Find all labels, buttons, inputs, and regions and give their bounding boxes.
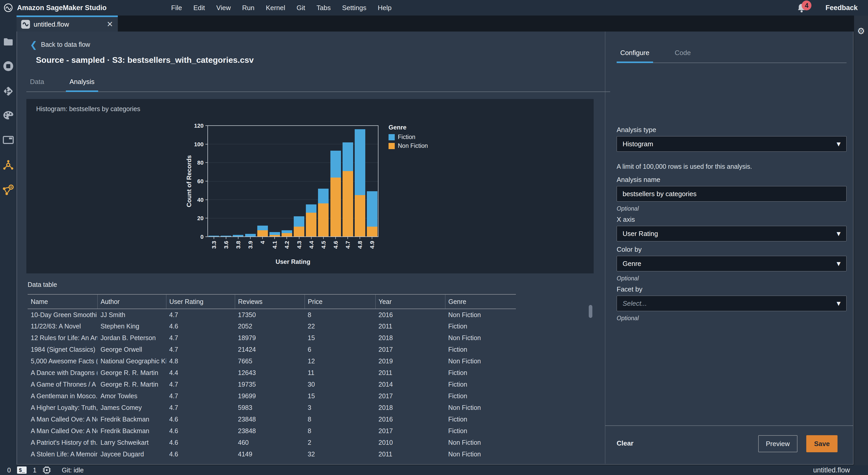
kernel-chip-icon[interactable] <box>42 466 52 475</box>
svg-text:Fiction: Fiction <box>398 133 415 140</box>
svg-text:4.4: 4.4 <box>308 241 315 248</box>
menu-item-run[interactable]: Run <box>242 4 254 12</box>
svg-text:4.1: 4.1 <box>272 241 278 249</box>
svg-text:100: 100 <box>194 141 204 148</box>
file-browser-icon[interactable] <box>3 37 13 46</box>
running-kernels-icon[interactable] <box>3 61 14 71</box>
menu-item-file[interactable]: File <box>171 4 182 12</box>
terminal-icon[interactable]: $_ <box>17 467 27 474</box>
svg-text:4.5: 4.5 <box>320 241 327 249</box>
tab-code[interactable]: Code <box>671 45 694 63</box>
color-by-dropdown[interactable]: Genre ▼ <box>617 256 846 271</box>
menu-item-view[interactable]: View <box>216 4 231 12</box>
svg-text:Genre: Genre <box>389 124 406 131</box>
analysis-type-label: Analysis type <box>617 126 656 134</box>
table-row[interactable]: 11/22/63: A NovelStephen King4.620522220… <box>28 321 516 332</box>
table-row[interactable]: A Gentleman in Mosco...Amor Towles4.7196… <box>28 390 516 402</box>
facet-by-label: Facet by <box>617 285 643 293</box>
facet-by-dropdown[interactable]: Select... ▼ <box>617 296 846 311</box>
chevron-down-icon: ▼ <box>837 141 841 147</box>
column-header-author[interactable]: Author <box>97 294 166 309</box>
table-row[interactable]: 1984 (Signet Classics)George Orwell4.721… <box>28 344 516 355</box>
clear-button[interactable]: Clear <box>617 439 633 447</box>
notification-badge: 4 <box>802 1 811 10</box>
table-row[interactable]: A Higher Loyalty: Truth,...James Comey4.… <box>28 402 516 414</box>
table-scrollbar[interactable] <box>589 305 592 318</box>
optional-hint: Optional <box>617 205 639 212</box>
column-header-price[interactable]: Price <box>305 294 375 309</box>
tab-untitled-flow[interactable]: untitled.flow ✕ <box>17 16 118 32</box>
table-row[interactable]: A Patriot's History of th...Larry Schwei… <box>28 437 516 448</box>
svg-text:80: 80 <box>197 159 204 166</box>
table-row[interactable]: A Game of Thrones / A ...George R. R. Ma… <box>28 379 516 390</box>
table-row[interactable]: 10-Day Green Smoothi...JJ Smith4.7173508… <box>28 309 516 321</box>
right-activity-bar: ⚙ <box>854 16 868 465</box>
svg-text:Count of Records: Count of Records <box>185 155 192 207</box>
menu-bar: FileEditViewRunKernelGitTabsSettingsHelp <box>171 4 392 12</box>
git-status: Git: idle <box>62 467 84 474</box>
x-axis-dropdown[interactable]: User Rating ▼ <box>617 226 846 241</box>
pipeline-graph-icon[interactable] <box>2 184 14 196</box>
menu-item-edit[interactable]: Edit <box>193 4 205 12</box>
analysis-name-label: Analysis name <box>617 176 660 184</box>
flow-file-icon <box>21 20 30 29</box>
components-registry-icon[interactable] <box>3 160 14 171</box>
git-icon[interactable] <box>3 86 14 97</box>
save-button[interactable]: Save <box>806 435 838 452</box>
notifications-button[interactable]: 4 <box>796 2 807 13</box>
config-footer: Clear Preview Save <box>605 425 853 464</box>
table-row[interactable]: A Man Called Ove: A No...Fredrik Backman… <box>28 425 516 437</box>
svg-text:40: 40 <box>197 197 204 203</box>
svg-text:3.3: 3.3 <box>211 241 217 249</box>
column-header-genre[interactable]: Genre <box>445 294 516 309</box>
analysis-name-input[interactable]: bestsellers by categories <box>617 186 846 202</box>
top-menu-bar: Amazon SageMaker Studio FileEditViewRunK… <box>0 0 868 16</box>
close-tab-icon[interactable]: ✕ <box>107 21 113 28</box>
open-tabs-icon[interactable] <box>3 136 14 144</box>
menu-item-kernel[interactable]: Kernel <box>266 4 285 12</box>
x-axis-label: X axis <box>617 215 635 224</box>
tab-title: untitled.flow <box>34 21 69 28</box>
analysis-type-dropdown[interactable]: Histogram ▼ <box>617 136 846 152</box>
chart-title: Histogram: bestsellers by categories <box>36 105 140 113</box>
column-header-reviews[interactable]: Reviews <box>235 294 305 309</box>
table-row[interactable]: A Stolen Life: A MemoirJaycee Dugard4.64… <box>28 448 516 457</box>
feedback-link[interactable]: Feedback <box>826 4 858 12</box>
menu-item-tabs[interactable]: Tabs <box>316 4 331 12</box>
table-row[interactable]: A Dance with Dragons (...George R. R. Ma… <box>28 367 516 379</box>
tab-configure[interactable]: Configure <box>617 45 653 63</box>
table-row[interactable]: 12 Rules for Life: An An...Jordan B. Pet… <box>28 332 516 344</box>
data-table: NameAuthorUser RatingReviewsPriceYearGen… <box>28 294 516 457</box>
menu-item-git[interactable]: Git <box>297 4 305 12</box>
back-chevron-icon: ❮ <box>30 41 37 48</box>
status-file-name: untitled.flow <box>813 466 850 474</box>
commands-palette-icon[interactable] <box>3 111 14 120</box>
svg-text:0: 0 <box>200 234 204 240</box>
left-activity-bar <box>0 16 17 465</box>
settings-gear-icon[interactable]: ⚙ <box>857 26 865 36</box>
menu-item-settings[interactable]: Settings <box>342 4 366 12</box>
tab-analysis[interactable]: Analysis <box>66 74 98 92</box>
svg-text:120: 120 <box>194 122 204 129</box>
svg-text:4.2: 4.2 <box>284 241 290 249</box>
svg-text:3.9: 3.9 <box>247 241 254 249</box>
preview-button[interactable]: Preview <box>758 435 798 452</box>
column-header-year[interactable]: Year <box>375 294 445 309</box>
menu-item-help[interactable]: Help <box>378 4 392 12</box>
document-tab-bar: untitled.flow ✕ <box>17 16 854 32</box>
optional-hint: Optional <box>617 275 639 282</box>
table-row[interactable]: A Man Called Ove: A No...Fredrik Backman… <box>28 414 516 425</box>
histogram-chart-panel: Histogram: bestsellers by categories 020… <box>26 99 594 273</box>
kernels-count: 1 <box>33 467 36 474</box>
page-title: Source - sampled · S3: bestsellers_with_… <box>36 55 254 65</box>
svg-text:4.3: 4.3 <box>296 241 303 249</box>
column-header-name[interactable]: Name <box>28 294 97 309</box>
tab-data[interactable]: Data <box>26 74 48 91</box>
app-title: Amazon SageMaker Studio <box>17 4 107 12</box>
svg-text:4.6: 4.6 <box>333 241 339 249</box>
column-header-user-rating[interactable]: User Rating <box>166 294 235 309</box>
table-row[interactable]: 5,000 Awesome Facts (...National Geograp… <box>28 355 516 367</box>
back-to-data-flow-link[interactable]: ❮ Back to data flow <box>30 41 90 48</box>
svg-text:3.6: 3.6 <box>223 241 229 249</box>
svg-text:4.7: 4.7 <box>345 241 351 249</box>
